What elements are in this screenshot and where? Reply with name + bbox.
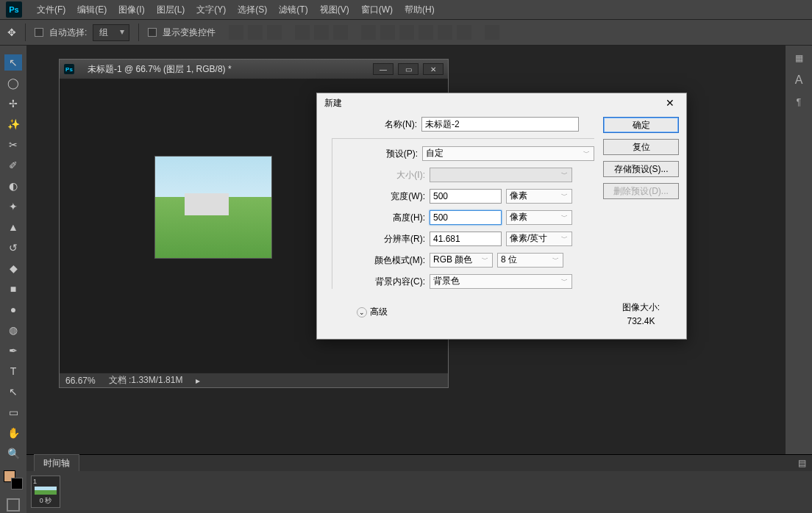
height-input[interactable] bbox=[430, 210, 502, 225]
distribute-btn[interactable] bbox=[457, 25, 471, 40]
menu-image[interactable]: 图像(I) bbox=[113, 4, 150, 16]
preset-label: 预设(P): bbox=[325, 148, 418, 160]
eraser-tool[interactable]: ◆ bbox=[4, 260, 22, 276]
dialog-titlebar[interactable]: 新建 ✕ bbox=[317, 93, 686, 112]
width-label: 宽度(W): bbox=[332, 190, 425, 203]
character-panel-icon[interactable]: A bbox=[795, 73, 803, 87]
resolution-unit-select[interactable]: 像素/英寸 bbox=[506, 232, 572, 246]
autoselect-combo[interactable]: 组 bbox=[93, 24, 129, 41]
frame-thumbnail[interactable]: 1 0 秒 bbox=[31, 476, 60, 508]
close-button[interactable]: ✕ bbox=[423, 63, 444, 75]
align-btn[interactable] bbox=[248, 25, 263, 40]
move-tool[interactable]: ↖ bbox=[4, 54, 22, 71]
heal-tool[interactable]: ◐ bbox=[4, 178, 22, 194]
crop-tool[interactable]: ✂ bbox=[4, 137, 22, 153]
height-unit-select[interactable]: 像素 bbox=[506, 210, 572, 225]
eyedropper-tool[interactable]: ✐ bbox=[4, 157, 22, 173]
maximize-button[interactable]: ▭ bbox=[398, 63, 419, 75]
showtransform-label: 显示变换控件 bbox=[163, 26, 216, 39]
app-logo: Ps bbox=[6, 1, 22, 18]
type-tool[interactable]: T bbox=[4, 363, 22, 379]
timeline-panel: 时间轴 ▤ 1 0 秒 bbox=[26, 454, 812, 513]
stamp-tool[interactable]: ▲ bbox=[4, 219, 22, 235]
separator bbox=[138, 24, 139, 41]
menu-filter[interactable]: 滤镜(T) bbox=[273, 4, 313, 16]
new-dialog: 新建 ✕ 名称(N): 预设(P): 自定 大小(I): 宽度(W): 像素 bbox=[316, 93, 687, 340]
cancel-button[interactable]: 复位 bbox=[603, 139, 679, 155]
image-content bbox=[154, 156, 272, 259]
save-preset-button[interactable]: 存储预设(S)... bbox=[603, 161, 679, 177]
height-label: 高度(H): bbox=[332, 212, 425, 224]
wand-tool[interactable]: ✨ bbox=[4, 116, 22, 132]
timeline-tab[interactable]: 时间轴 bbox=[34, 454, 79, 472]
panel-icon[interactable]: ▦ bbox=[795, 53, 803, 63]
status-arrow-icon[interactable]: ▸ bbox=[196, 376, 200, 386]
gradient-tool[interactable]: ■ bbox=[4, 281, 22, 297]
width-unit-select[interactable]: 像素 bbox=[506, 189, 572, 204]
menu-layer[interactable]: 图层(L) bbox=[151, 4, 191, 16]
ok-button[interactable]: 确定 bbox=[603, 117, 679, 133]
bitdepth-select[interactable]: 8 位 bbox=[497, 253, 563, 268]
size-select bbox=[430, 168, 572, 182]
toolbox: ↖ ◯ ✢ ✨ ✂ ✐ ◐ ✦ ▲ ↺ ◆ ■ ● ◍ ✒ T ↖ ▭ ✋ 🔍 bbox=[0, 46, 26, 513]
menu-file[interactable]: 文件(F) bbox=[31, 4, 71, 16]
align-btn[interactable] bbox=[333, 25, 348, 40]
advanced-label: 高级 bbox=[370, 306, 388, 318]
align-btn[interactable] bbox=[295, 25, 310, 40]
menu-type[interactable]: 文字(Y) bbox=[190, 4, 232, 16]
auto-align-btn[interactable] bbox=[485, 25, 499, 40]
history-brush-tool[interactable]: ↺ bbox=[4, 240, 22, 256]
distribute-btn[interactable] bbox=[399, 25, 414, 40]
frame-number: 1 bbox=[33, 478, 37, 485]
right-panel-collapsed: ▦ A ¶ bbox=[786, 46, 812, 454]
options-bar: ✥ 自动选择: 组 显示变换控件 bbox=[0, 19, 812, 46]
name-input[interactable] bbox=[421, 117, 579, 132]
minimize-button[interactable]: — bbox=[373, 63, 393, 75]
blur-tool[interactable]: ● bbox=[4, 301, 22, 318]
pen-tool[interactable]: ✒ bbox=[4, 342, 22, 359]
document-title: 未标题-1 @ 66.7% (图层 1, RGB/8) * bbox=[88, 63, 232, 76]
path-select-tool[interactable]: ↖ bbox=[4, 384, 22, 400]
menu-select[interactable]: 选择(S) bbox=[232, 4, 273, 16]
align-btn[interactable] bbox=[229, 25, 243, 40]
menu-window[interactable]: 窗口(W) bbox=[355, 4, 399, 16]
menu-edit[interactable]: 编辑(E) bbox=[71, 4, 113, 16]
marquee-tool[interactable]: ◯ bbox=[4, 75, 22, 91]
shape-tool[interactable]: ▭ bbox=[4, 404, 22, 420]
separator bbox=[25, 24, 26, 41]
background-select[interactable]: 背景色 bbox=[430, 274, 572, 289]
hand-tool[interactable]: ✋ bbox=[4, 425, 22, 441]
autoselect-label: 自动选择: bbox=[49, 26, 87, 39]
colormode-select[interactable]: RGB 颜色 bbox=[430, 253, 493, 268]
colormode-label: 颜色模式(M): bbox=[332, 254, 425, 267]
brush-tool[interactable]: ✦ bbox=[4, 198, 22, 215]
menu-view[interactable]: 视图(V) bbox=[314, 4, 355, 16]
showtransform-checkbox[interactable] bbox=[148, 28, 157, 37]
dodge-tool[interactable]: ◍ bbox=[4, 322, 22, 338]
panel-menu-icon[interactable]: ▤ bbox=[798, 458, 806, 468]
zoom-tool[interactable]: 🔍 bbox=[4, 445, 22, 462]
frame-duration: 0 秒 bbox=[40, 496, 52, 506]
distribute-btn[interactable] bbox=[419, 25, 433, 40]
align-btn[interactable] bbox=[267, 25, 282, 40]
color-swatches[interactable] bbox=[4, 470, 23, 489]
menu-help[interactable]: 帮助(H) bbox=[399, 4, 441, 16]
lasso-tool[interactable]: ✢ bbox=[4, 96, 22, 112]
width-input[interactable] bbox=[430, 189, 502, 204]
zoom-readout[interactable]: 66.67% bbox=[65, 376, 96, 386]
preset-select[interactable]: 自定 bbox=[422, 146, 594, 161]
quickmask-toggle[interactable] bbox=[7, 498, 20, 512]
document-titlebar[interactable]: Ps 未标题-1 @ 66.7% (图层 1, RGB/8) * — ▭ ✕ bbox=[60, 60, 448, 79]
advanced-toggle[interactable]: ⌄ 高级 bbox=[357, 306, 594, 318]
distribute-btn[interactable] bbox=[361, 25, 376, 40]
resolution-input[interactable] bbox=[430, 232, 502, 246]
autoselect-checkbox[interactable] bbox=[35, 28, 43, 37]
distribute-btn[interactable] bbox=[380, 25, 395, 40]
size-label: 大小(I): bbox=[332, 169, 425, 182]
distribute-btn[interactable] bbox=[438, 25, 452, 40]
dialog-close-button[interactable]: ✕ bbox=[661, 96, 679, 110]
docsize-readout[interactable]: 文档 :1.33M/1.81M bbox=[109, 374, 183, 387]
align-btn[interactable] bbox=[314, 25, 329, 40]
paragraph-panel-icon[interactable]: ¶ bbox=[797, 97, 801, 107]
delete-preset-button: 删除预设(D)... bbox=[603, 183, 679, 199]
